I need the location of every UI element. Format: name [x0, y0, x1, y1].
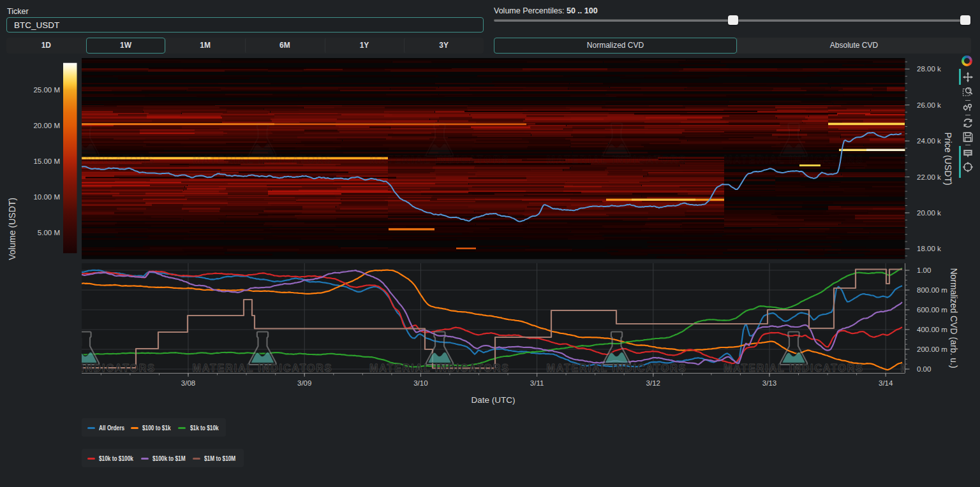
svg-text:MATERIAL INDICATORS: MATERIAL INDICATORS: [724, 363, 864, 374]
svg-text:18.00 k: 18.00 k: [917, 245, 941, 252]
svg-text:22.00 k: 22.00 k: [917, 173, 941, 181]
svg-text:Volume (USDT): Volume (USDT): [7, 198, 17, 260]
svg-text:800.00 m: 800.00 m: [917, 286, 947, 294]
svg-text:3/14: 3/14: [879, 379, 893, 387]
svg-text:400.00 m: 400.00 m: [917, 326, 947, 333]
svg-text:3/09: 3/09: [297, 379, 311, 387]
svg-text:25.00 M: 25.00 M: [33, 86, 60, 94]
svg-text:MATERIAL INDICATORS: MATERIAL INDICATORS: [901, 363, 980, 374]
svg-text:MATERIAL INDICATORS: MATERIAL INDICATORS: [547, 363, 687, 374]
svg-text:20.00 k: 20.00 k: [917, 209, 941, 217]
svg-text:MATERIAL INDICATORS: MATERIAL INDICATORS: [15, 363, 156, 374]
svg-text:3/12: 3/12: [646, 379, 660, 387]
svg-text:MATERIAL INDICATORS: MATERIAL INDICATORS: [369, 154, 510, 165]
svg-text:MATERIAL INDICATORS: MATERIAL INDICATORS: [547, 154, 687, 165]
svg-text:Date (UTC): Date (UTC): [471, 395, 515, 405]
svg-text:20.00 M: 20.00 M: [33, 122, 60, 129]
svg-text:3/11: 3/11: [530, 379, 544, 387]
svg-text:10.00 M: 10.00 M: [33, 193, 60, 201]
svg-text:MATERIAL INDICATORS: MATERIAL INDICATORS: [724, 154, 864, 165]
svg-text:MATERIAL INDICATORS: MATERIAL INDICATORS: [369, 363, 510, 374]
svg-text:1.00: 1.00: [917, 266, 931, 274]
svg-text:15.00 M: 15.00 M: [33, 157, 60, 165]
svg-text:26.00 k: 26.00 k: [917, 101, 941, 109]
svg-text:0.00: 0.00: [917, 365, 931, 373]
svg-text:MATERIAL INDICATORS: MATERIAL INDICATORS: [193, 154, 333, 165]
svg-text:3/08: 3/08: [181, 379, 195, 387]
svg-text:MATERIAL INDICATORS: MATERIAL INDICATORS: [193, 363, 333, 374]
svg-text:600.00 m: 600.00 m: [917, 306, 947, 314]
svg-text:28.00 k: 28.00 k: [917, 65, 941, 73]
svg-text:Price (USDT): Price (USDT): [943, 132, 953, 185]
svg-text:5.00 M: 5.00 M: [38, 229, 60, 236]
svg-text:24.00 k: 24.00 k: [917, 137, 941, 145]
svg-text:3/13: 3/13: [762, 379, 776, 387]
svg-text:3/10: 3/10: [413, 379, 427, 387]
svg-text:Normalized CVD (arb. u.): Normalized CVD (arb. u.): [949, 268, 959, 368]
svg-text:200.00 m: 200.00 m: [917, 345, 947, 353]
